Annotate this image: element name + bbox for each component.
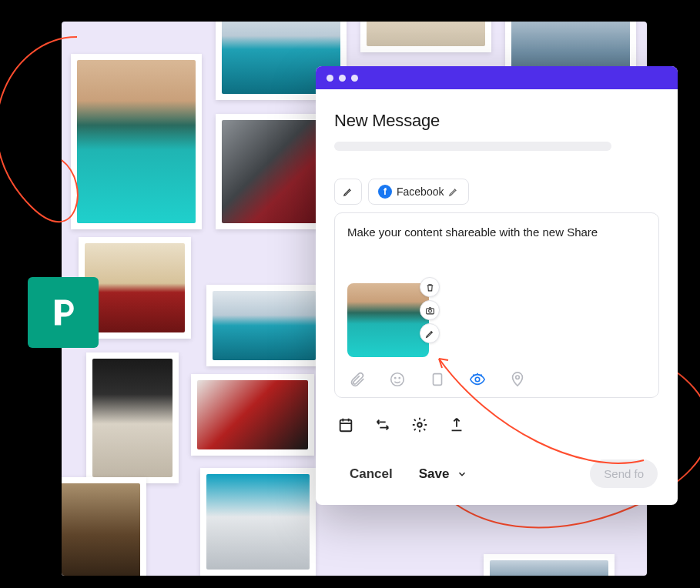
preview-button[interactable] <box>467 369 487 389</box>
gallery-thumb <box>206 285 322 366</box>
svg-point-1 <box>428 309 431 312</box>
note-button[interactable] <box>427 369 447 389</box>
svg-point-2 <box>391 373 404 386</box>
window-dot <box>327 75 333 82</box>
chevron-down-icon <box>457 469 467 479</box>
gallery-thumb <box>62 477 146 576</box>
edit-attachment-button[interactable] <box>420 323 440 343</box>
svg-point-9 <box>417 423 422 427</box>
network-tabs: f Facebook <box>334 179 659 205</box>
save-button-label: Save <box>419 466 450 482</box>
gallery-thumb <box>86 352 179 483</box>
gallery-thumb <box>484 554 615 576</box>
gallery-thumb <box>360 22 491 52</box>
svg-point-7 <box>516 376 520 379</box>
location-button[interactable] <box>507 369 528 389</box>
pexels-badge <box>28 277 99 348</box>
image-attachment[interactable] <box>347 283 429 357</box>
gallery-thumb <box>200 468 316 576</box>
svg-point-3 <box>395 378 396 379</box>
skeleton-line <box>334 142 611 151</box>
delete-attachment-button[interactable] <box>420 277 440 297</box>
send-button[interactable]: Send fo <box>590 459 658 488</box>
cancel-button[interactable]: Cancel <box>350 466 393 482</box>
settings-button[interactable] <box>410 415 430 435</box>
facebook-tab[interactable]: f Facebook <box>368 179 469 205</box>
svg-rect-8 <box>340 420 352 432</box>
editor-toolbar <box>347 369 646 389</box>
compose-modal: New Message f Facebook Make your content… <box>316 66 678 505</box>
window-titlebar <box>316 66 678 89</box>
attach-file-button[interactable] <box>347 369 367 389</box>
export-button[interactable] <box>447 415 467 435</box>
queue-button[interactable] <box>373 415 393 435</box>
secondary-toolbar <box>334 415 659 435</box>
svg-point-6 <box>475 377 480 382</box>
svg-point-4 <box>399 378 400 379</box>
message-editor[interactable]: Make your content shareable with the new… <box>334 212 659 398</box>
schedule-button[interactable] <box>336 415 356 435</box>
camera-attachment-button[interactable] <box>420 300 440 320</box>
modal-title: New Message <box>334 111 659 131</box>
facebook-icon: f <box>378 185 392 199</box>
tab-label: Facebook <box>397 185 444 198</box>
edit-all-tab[interactable] <box>334 179 362 205</box>
modal-footer: Cancel Save Send fo <box>334 455 659 488</box>
save-button[interactable]: Save <box>419 466 468 482</box>
message-text: Make your content shareable with the new… <box>347 224 646 240</box>
window-dot <box>351 75 358 82</box>
emoji-button[interactable] <box>387 369 407 389</box>
gallery-thumb <box>191 374 314 456</box>
svg-rect-5 <box>434 374 442 386</box>
gallery-thumb <box>71 54 202 229</box>
window-dot <box>339 75 346 82</box>
